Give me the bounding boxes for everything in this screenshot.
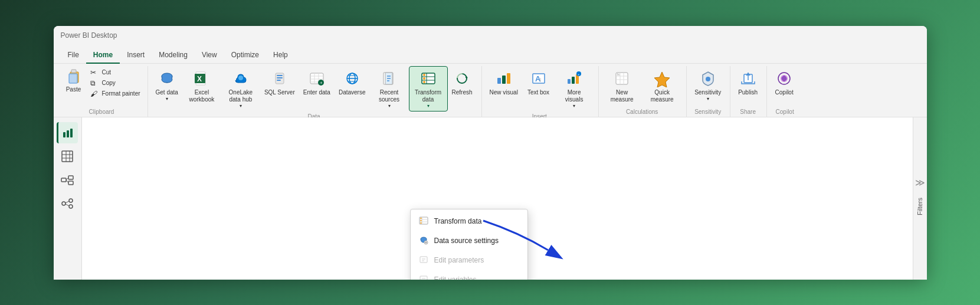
svg-point-74 xyxy=(62,202,65,205)
tab-file[interactable]: File xyxy=(61,47,86,64)
data-source-settings-icon xyxy=(419,235,430,247)
ribbon: File Home Insert Modeling View Optimize … xyxy=(54,45,927,117)
svg-rect-61 xyxy=(63,132,65,137)
dropdown-data-source-settings[interactable]: Data source settings xyxy=(411,231,527,251)
svg-rect-44 xyxy=(568,79,571,84)
svg-text:|: | xyxy=(540,77,541,82)
svg-marker-37 xyxy=(466,76,468,78)
svg-rect-11 xyxy=(277,80,281,81)
publish-button[interactable]: Publish xyxy=(734,66,762,99)
transform-data-button[interactable]: Transform data ▾ xyxy=(409,66,448,112)
sql-button[interactable]: SQL Server xyxy=(260,66,299,99)
new-visual-button[interactable]: New visual xyxy=(486,66,522,99)
tab-optimize[interactable]: Optimize xyxy=(224,47,266,64)
sidebar-icon-model[interactable] xyxy=(57,169,78,191)
group-data: Get data ▾ X Excel workbook xyxy=(149,66,482,117)
sidebar-icon-report[interactable] xyxy=(57,122,78,143)
paste-button[interactable]: Paste xyxy=(61,66,87,95)
copy-icon: ⧉ xyxy=(90,79,100,87)
filters-tab[interactable]: Filters xyxy=(915,193,925,220)
svg-rect-64 xyxy=(62,151,73,162)
svg-point-35 xyxy=(423,77,425,80)
svg-point-36 xyxy=(423,81,425,83)
group-copilot: Copilot Copilot xyxy=(768,66,804,117)
svg-text:fx: fx xyxy=(617,73,620,76)
cut-button[interactable]: ✂ Cut xyxy=(88,67,143,78)
svg-rect-71 xyxy=(68,181,73,185)
transform-data-icon xyxy=(419,216,430,227)
copy-button[interactable]: ⧉ Copy xyxy=(88,78,143,88)
enter-data-button[interactable]: + Enter data xyxy=(299,66,335,99)
group-sensitivity: Sensitivity ▾ Sensitivity xyxy=(688,66,730,117)
ribbon-tabs: File Home Insert Modeling View Optimize … xyxy=(54,45,927,64)
refresh-button[interactable]: Refresh xyxy=(448,66,477,99)
cut-icon: ✂ xyxy=(90,68,100,77)
tab-home[interactable]: Home xyxy=(86,47,120,64)
svg-rect-38 xyxy=(497,78,501,84)
svg-rect-63 xyxy=(70,129,73,137)
collapse-button[interactable]: ≫ xyxy=(915,177,925,188)
edit-parameters-icon xyxy=(419,255,430,266)
canvas-area: Transform data Data source settings xyxy=(82,117,913,280)
title-bar: Power BI Desktop xyxy=(54,26,927,45)
tab-help[interactable]: Help xyxy=(266,47,295,64)
svg-rect-90 xyxy=(420,257,427,263)
group-calculations: fx New measure Quick measure xyxy=(600,66,687,117)
quick-measure-button[interactable]: Quick measure xyxy=(643,66,681,106)
group-insert: New visual A | Text box xyxy=(483,66,599,117)
svg-point-83 xyxy=(420,217,421,218)
svg-rect-1 xyxy=(71,70,76,73)
svg-text:X: X xyxy=(197,75,202,83)
new-measure-button[interactable]: fx New measure xyxy=(602,66,641,106)
ribbon-content: Paste ✂ Cut ⧉ Copy 🖌 Format xyxy=(54,64,927,117)
svg-rect-39 xyxy=(502,76,506,84)
svg-point-76 xyxy=(69,205,73,208)
svg-rect-62 xyxy=(67,130,69,137)
svg-rect-2 xyxy=(69,74,77,83)
get-data-button[interactable]: Get data ▾ xyxy=(152,66,182,105)
sidebar-icon-table[interactable] xyxy=(57,146,78,167)
format-painter-button[interactable]: 🖌 Format painter xyxy=(88,88,143,99)
tab-insert[interactable]: Insert xyxy=(120,47,152,64)
sidebar-icon-dag[interactable] xyxy=(57,193,78,214)
svg-text:+: + xyxy=(578,72,580,76)
svg-line-78 xyxy=(65,204,69,206)
svg-rect-70 xyxy=(68,176,73,179)
copilot-button[interactable]: Copilot xyxy=(771,66,798,99)
svg-point-85 xyxy=(420,222,421,223)
svg-point-84 xyxy=(420,219,421,221)
dropdown-edit-parameters: Edit parameters xyxy=(411,251,527,270)
app-body: Transform data Data source settings xyxy=(54,117,927,280)
format-painter-icon: 🖌 xyxy=(90,90,100,98)
svg-rect-93 xyxy=(420,276,427,280)
svg-point-75 xyxy=(69,199,73,202)
tab-modeling[interactable]: Modeling xyxy=(152,47,195,64)
tab-view[interactable]: View xyxy=(195,47,224,64)
recent-sources-button[interactable]: Recent sources ▾ xyxy=(370,66,409,112)
group-clipboard: Paste ✂ Cut ⧉ Copy 🖌 Format xyxy=(58,66,148,117)
app-title: Power BI Desktop xyxy=(61,31,117,40)
app-window: Power BI Desktop File Home Insert Modeli… xyxy=(54,26,927,280)
svg-text:+: + xyxy=(320,80,323,86)
svg-rect-40 xyxy=(507,73,510,84)
more-visuals-button[interactable]: + More visuals ▾ xyxy=(555,66,594,112)
svg-point-7 xyxy=(238,76,243,80)
dropdown-transform-data[interactable]: Transform data xyxy=(411,212,527,231)
onelake-button[interactable]: OneLake data hub ▾ xyxy=(221,66,260,112)
svg-point-34 xyxy=(423,74,425,76)
text-box-button[interactable]: A | Text box xyxy=(523,66,553,99)
edit-variables-icon xyxy=(419,274,430,280)
clipboard-small-actions: ✂ Cut ⧉ Copy 🖌 Format painter xyxy=(88,67,143,99)
sidebar xyxy=(54,117,82,280)
transform-data-dropdown: Transform data Data source settings xyxy=(410,209,528,280)
svg-line-77 xyxy=(65,201,69,203)
svg-rect-10 xyxy=(277,77,283,78)
group-share: Publish Share xyxy=(732,66,767,117)
excel-button[interactable]: X Excel workbook xyxy=(182,66,221,106)
dataverse-button[interactable]: Dataverse xyxy=(335,66,370,99)
svg-rect-9 xyxy=(277,75,283,76)
sensitivity-button[interactable]: Sensitivity ▾ xyxy=(690,66,725,105)
right-panel: ≫ Filters xyxy=(913,117,927,280)
svg-point-55 xyxy=(706,77,710,81)
svg-rect-45 xyxy=(572,77,575,84)
